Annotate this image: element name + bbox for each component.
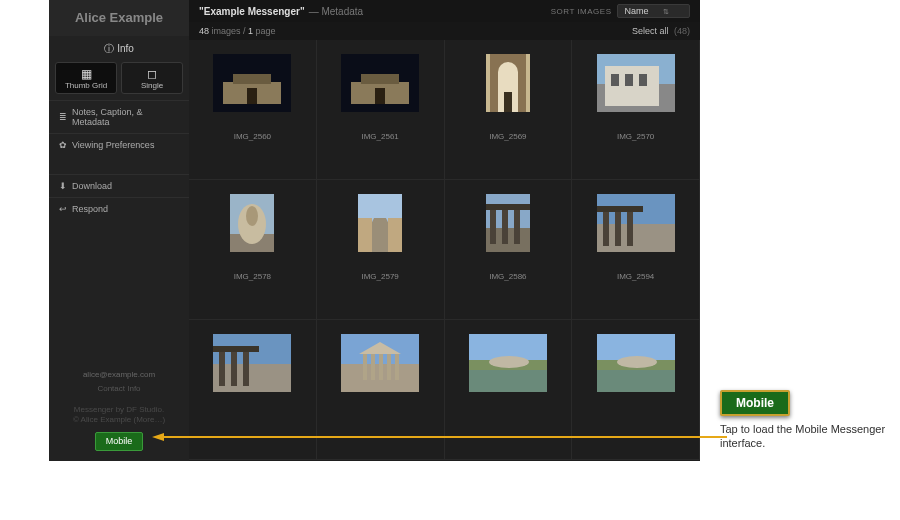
notes-label: Notes, Caption, & Metadata — [72, 107, 179, 127]
svg-point-58 — [617, 356, 657, 368]
thumbnail-cell[interactable]: IMG_2569 — [445, 40, 573, 180]
svg-rect-53 — [469, 370, 547, 392]
svg-rect-7 — [375, 88, 385, 104]
thumbnail-image — [597, 54, 675, 112]
reply-icon: ↩ — [59, 204, 67, 214]
svg-point-20 — [246, 206, 258, 226]
project-title: "Example Messenger" — [199, 6, 305, 17]
thumbnail-caption: IMG_2560 — [234, 132, 271, 141]
project-subtitle: — Metadata — [309, 6, 363, 17]
svg-rect-48 — [379, 354, 383, 380]
svg-rect-35 — [627, 210, 633, 246]
thumbnail-image — [469, 334, 547, 392]
notes-icon: ≣ — [59, 112, 67, 122]
sidebar-item-download[interactable]: ⬇ Download — [49, 174, 189, 197]
info-icon: ⓘ — [104, 43, 114, 54]
svg-rect-41 — [243, 350, 249, 386]
single-view-label: Single — [141, 81, 163, 90]
svg-rect-30 — [486, 204, 530, 210]
svg-rect-28 — [502, 208, 508, 244]
thumbnail-cell[interactable]: IMG_2570 — [572, 40, 700, 180]
svg-rect-15 — [625, 74, 633, 86]
thumbnail-cell[interactable]: IMG_2579 — [317, 180, 445, 320]
svg-rect-23 — [358, 218, 372, 252]
topbar: "Example Messenger" — Metadata SORT IMAG… — [189, 0, 700, 22]
sidebar-item-prefs[interactable]: ✿ Viewing Preferences — [49, 133, 189, 156]
svg-rect-42 — [213, 346, 259, 352]
svg-point-54 — [489, 356, 529, 368]
annotation-text: Tap to load the Mobile Messenger interfa… — [720, 422, 890, 451]
thumbnail-cell[interactable] — [189, 320, 317, 460]
download-icon: ⬇ — [59, 181, 67, 191]
svg-rect-29 — [514, 208, 520, 244]
thumbnail-cell[interactable] — [317, 320, 445, 460]
thumbnail-caption: IMG_2561 — [361, 132, 398, 141]
main-panel: "Example Messenger" — Metadata SORT IMAG… — [189, 0, 700, 461]
thumbnail-image — [213, 334, 291, 392]
sidebar-footer: alice@example.com Contact Info Messenger… — [49, 361, 189, 461]
thumbnail-cell[interactable]: IMG_2560 — [189, 40, 317, 180]
svg-rect-46 — [363, 354, 367, 380]
sidebar-item-respond[interactable]: ↩ Respond — [49, 197, 189, 220]
thumbnail-cell[interactable]: IMG_2586 — [445, 180, 573, 320]
select-all-button[interactable]: Select all (48) — [632, 26, 690, 36]
thumbnail-grid: IMG_2560IMG_2561IMG_2569IMG_2570IMG_2578… — [189, 40, 700, 461]
thumbnail-caption: IMG_2594 — [617, 272, 654, 281]
thumbnail-caption: IMG_2578 — [234, 272, 271, 281]
mobile-button[interactable]: Mobile — [95, 432, 144, 452]
single-view-button[interactable]: ◻ Single — [121, 62, 183, 94]
thumbnail-cell[interactable]: IMG_2561 — [317, 40, 445, 180]
thumbnail-image — [486, 54, 530, 112]
select-all-count: (48) — [674, 26, 690, 36]
contact-link[interactable]: Contact Info — [55, 383, 183, 395]
chevron-updown-icon: ⇅ — [663, 8, 669, 15]
svg-rect-36 — [597, 206, 643, 212]
sidebar: Alice Example ⓘInfo ▦ Thumb Grid ◻ Singl… — [49, 0, 189, 461]
select-all-label: Select all — [632, 26, 669, 36]
sort-select[interactable]: Name ⇅ — [617, 4, 690, 18]
thumbnail-image — [486, 194, 530, 252]
thumbnail-caption: IMG_2569 — [489, 132, 526, 141]
view-toggle: ▦ Thumb Grid ◻ Single — [49, 62, 189, 100]
thumbnail-image — [341, 54, 419, 112]
svg-rect-2 — [233, 74, 271, 84]
thumb-grid-button[interactable]: ▦ Thumb Grid — [55, 62, 117, 94]
sidebar-item-notes[interactable]: ≣ Notes, Caption, & Metadata — [49, 100, 189, 133]
svg-rect-27 — [490, 208, 496, 244]
thumbnail-image — [358, 194, 402, 252]
owner-email[interactable]: alice@example.com — [55, 369, 183, 381]
thumbnail-image — [230, 194, 274, 252]
download-label: Download — [72, 181, 112, 191]
respond-label: Respond — [72, 204, 108, 214]
annotation-callout: Mobile Tap to load the Mobile Messenger … — [720, 390, 890, 451]
count-suffix: images / — [212, 26, 246, 36]
svg-rect-33 — [603, 210, 609, 246]
owner-name: Alice Example — [49, 0, 189, 36]
thumbnail-caption: IMG_2586 — [489, 272, 526, 281]
thumbnail-cell[interactable]: IMG_2578 — [189, 180, 317, 320]
sort-label: SORT IMAGES — [551, 7, 612, 16]
thumbnail-caption: IMG_2570 — [617, 132, 654, 141]
countbar: 48 images / 1 page Select all (48) — [189, 22, 700, 40]
thumbnail-image — [597, 334, 675, 392]
single-icon: ◻ — [122, 67, 182, 81]
thumbnail-cell[interactable] — [445, 320, 573, 460]
image-count: 48 — [199, 26, 209, 36]
thumbnail-image — [597, 194, 675, 252]
svg-rect-6 — [361, 74, 399, 84]
svg-rect-39 — [219, 350, 225, 386]
thumbnail-cell[interactable] — [572, 320, 700, 460]
svg-rect-3 — [247, 88, 257, 104]
info-header: ⓘInfo — [49, 36, 189, 62]
thumbnail-caption: IMG_2579 — [361, 272, 398, 281]
credit-line1: Messenger by DF Studio. — [55, 405, 183, 415]
app-window: Alice Example ⓘInfo ▦ Thumb Grid ◻ Singl… — [49, 0, 700, 461]
annotation-mobile-button: Mobile — [720, 390, 790, 416]
thumbnail-cell[interactable]: IMG_2594 — [572, 180, 700, 320]
svg-rect-57 — [597, 370, 675, 392]
svg-rect-24 — [388, 218, 402, 252]
thumb-grid-label: Thumb Grid — [65, 81, 107, 90]
svg-rect-14 — [611, 74, 619, 86]
svg-rect-40 — [231, 350, 237, 386]
sort-value: Name — [624, 6, 648, 16]
